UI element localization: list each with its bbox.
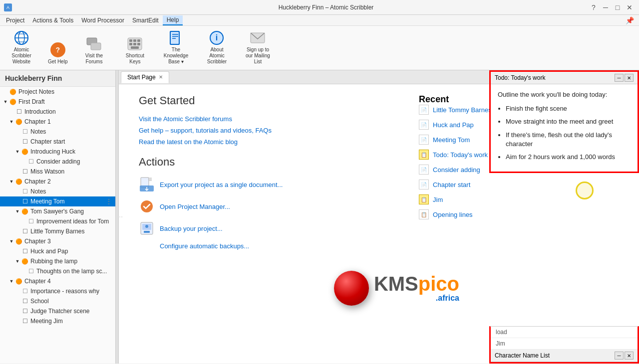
folder-icon: 🟠 [15,237,23,245]
forums-link[interactable]: Visit the Atomic Scribbler forums [139,115,389,123]
folder-icon: 🟠 [15,277,23,285]
chevron-down-icon: ▼ [8,119,15,124]
recent-link[interactable]: Chapter start [433,181,470,188]
recent-chapter-start[interactable]: 📄 Chapter start [419,180,619,189]
sidebar-item-consider-adding[interactable]: ☐ Consider adding [0,157,115,167]
backup-action[interactable]: Backup your project... [139,220,389,236]
blog-link[interactable]: Read the latest on the Atomic blog [139,138,389,146]
svg-rect-11 [129,43,132,45]
menu-project[interactable]: Project [2,16,28,25]
tab-close-icon[interactable]: ✕ [159,74,163,80]
tab-start-page[interactable]: Start Page ✕ [121,71,169,83]
todo-panel: Todo: Today's work ─ ✕ Outline the work … [489,70,639,173]
ribbon-btn-shortcut[interactable]: Shortcut Keys [117,34,152,67]
svg-rect-8 [129,39,132,42]
watermark-text: KMSpico .africa [374,274,459,303]
project-manager-icon [139,198,155,214]
sidebar-item-meeting-jim[interactable]: ☐ Meeting Jim [0,316,115,326]
todo-item-2: Move straight into the meet and greet [506,117,631,126]
project-manager-action[interactable]: Open Project Manager... [139,198,389,214]
actions-section: Actions Expor [139,156,389,250]
sidebar-item-school[interactable]: ☐ School [0,296,115,306]
todo-list: Finish the fight scene Move straight int… [506,104,631,162]
sidebar-item-thoughts-lamp[interactable]: ☐ Thoughts on the lamp sc... [0,266,115,276]
sidebar-item-chapter4[interactable]: ▼ 🟠 Chapter 4 [0,276,115,286]
sidebar-item-improvement[interactable]: ☐ Improvement ideas for Tom [0,216,115,226]
ribbon-btn-mailing[interactable]: Sign up to our Mailing List [240,28,275,67]
auto-backup-action[interactable]: Configure automatic backups... [160,242,389,250]
sidebar: Huckleberry Finn 🟠 Project Notes ▼ 🟠 Fir… [0,70,116,364]
sidebar-item-importance[interactable]: ☐ Importance - reasons why [0,286,115,296]
sidebar-item-project-notes[interactable]: 🟠 Project Notes [0,87,115,97]
item-label: Judge Thatcher scene [30,308,113,315]
recent-link[interactable]: Huck and Pap [433,121,474,129]
recent-link[interactable]: Opening lines [433,211,473,218]
menu-actions-tools[interactable]: Actions & Tools [28,16,77,25]
panel2-minimize-button[interactable]: ─ [615,352,624,360]
auto-backup-link[interactable]: Configure automatic backups... [160,242,249,250]
project-manager-link[interactable]: Open Project Manager... [160,203,230,210]
ribbon-btn-about[interactable]: i About Atomic Scribbler [199,28,234,67]
recent-link[interactable]: Consider adding [433,166,480,174]
export-link[interactable]: Export your project as a single document… [160,181,283,188]
sidebar-item-first-draft[interactable]: ▼ 🟠 First Draft [0,97,115,107]
ribbon-btn-forums[interactable]: Visit the Forums [76,34,111,67]
menu-word-processor[interactable]: Word Processor [77,16,128,25]
sidebar-item-ch1-notes[interactable]: ☐ Notes [0,127,115,137]
sidebar-item-introduction[interactable]: ☐ Introduction [0,107,115,117]
panel2-close-button[interactable]: ✕ [625,352,634,360]
item-label: Thoughts on the lamp sc... [36,268,113,275]
sidebar-item-chapter-start[interactable]: ☐ Chapter start [0,137,115,147]
recent-link[interactable]: Jim [433,196,443,203]
item-label: Chapter start [30,138,113,145]
about-icon: i [209,30,225,46]
sticky-icon: 📋 [419,150,429,160]
recent-jim[interactable]: 📋 Jim [419,194,619,204]
maximize-button[interactable]: □ [612,2,623,13]
note-icon: 📄 [419,165,429,175]
item-label: School [30,298,113,305]
sidebar-item-chapter3[interactable]: ▼ 🟠 Chapter 3 [0,236,115,246]
item-label: Notes [30,188,113,195]
panel-close-button[interactable]: ✕ [625,74,634,82]
ribbon-btn-website[interactable]: Atomic Scribbler Website [4,28,39,67]
left-section: Get Started Visit the Atomic Scribbler f… [139,94,389,256]
menu-smartedit[interactable]: SmartEdit [128,16,163,25]
sidebar-item-ch2-notes[interactable]: ☐ Notes [0,186,115,196]
sidebar-item-introducing-huck[interactable]: ▼ 🟠 Introducing Huck [0,147,115,157]
knowledge-icon [168,30,184,46]
panel-minimize-button[interactable]: ─ [615,74,624,82]
svg-point-27 [141,200,153,212]
help-icon[interactable]: ? [588,2,599,13]
ribbon-btn-knowledge[interactable]: The Knowledge Base ▾ [158,28,193,67]
sidebar-item-meeting-tom[interactable]: ☐ Meeting Tom ⋮ [0,196,115,206]
recent-link[interactable]: Little Tommy Barnes [433,106,492,114]
folder-icon: 🟠 [21,148,29,156]
sidebar-item-little-tommy[interactable]: ☐ Little Tommy Barnes [0,226,115,236]
menu-help[interactable]: Help [163,15,183,25]
recent-link[interactable]: Meeting Tom [433,136,470,144]
sidebar-item-judge-thatcher[interactable]: ☐ Judge Thatcher scene [0,306,115,316]
sidebar-item-tom-gang[interactable]: ▼ 🟠 Tom Sawyer's Gang [0,206,115,216]
minimize-button[interactable]: ─ [600,2,611,13]
svg-rect-30 [144,231,150,233]
sidebar-item-miss-watson[interactable]: ☐ Miss Watson [0,167,115,177]
todo-panel-title: Todo: Today's work [495,74,545,81]
backup-link[interactable]: Backup your project... [160,225,223,232]
help-ribbon-icon: ? [50,42,66,58]
doc-icon: 📄 [419,105,429,115]
recent-opening-lines[interactable]: 📋 Opening lines [419,209,619,219]
recent-link[interactable]: Todo: Today's work [433,151,488,159]
more-options-icon[interactable]: ⋮ [104,197,113,205]
sidebar-item-huck-pap[interactable]: ☐ Huck and Pap [0,246,115,256]
folder-icon: 🟠 [21,207,29,215]
sidebar-item-rubbing-lamp[interactable]: ▼ 🟠 Rubbing the lamp [0,256,115,266]
svg-rect-6 [91,43,101,50]
export-action[interactable]: Export your project as a single document… [139,177,389,192]
sidebar-item-chapter2[interactable]: ▼ 🟠 Chapter 2 [0,177,115,186]
ribbon-btn-help[interactable]: ? Get Help [45,40,70,67]
svg-rect-9 [133,39,136,42]
help-link[interactable]: Get help – support, tutorials and videos… [139,127,389,134]
sidebar-item-chapter1[interactable]: ▼ 🟠 Chapter 1 [0,117,115,127]
close-button[interactable]: ✕ [624,2,635,13]
